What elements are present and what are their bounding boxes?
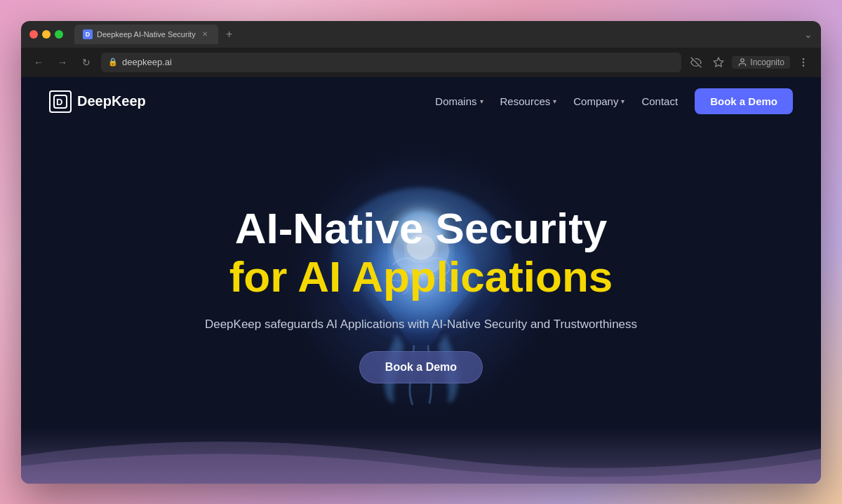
wave-svg (21, 428, 821, 484)
browser-window: D Deepkeep AI-Native Security ✕ + ⌄ ← → … (21, 21, 821, 484)
svg-text:D: D (56, 97, 62, 107)
svg-marker-1 (714, 57, 723, 67)
traffic-lights (29, 30, 63, 39)
menu-icon[interactable] (794, 53, 813, 71)
hero-subtitle: DeepKeep safeguards AI Applications with… (205, 318, 637, 332)
site-nav: D DeepKeep Domains ▾ Resources ▾ Company… (21, 77, 821, 126)
tab-title: Deepkeep AI-Native Security (97, 30, 196, 39)
hero-title-line2: for AI Applications (229, 253, 613, 301)
lock-icon: 🔒 (108, 57, 118, 67)
incognito-indicator: Incognito (732, 56, 790, 69)
hero-title: AI-Native Security for AI Applications (229, 205, 613, 300)
hero-title-line1: AI-Native Security (229, 205, 613, 252)
bookmark-icon[interactable] (709, 53, 728, 71)
toolbar-actions: Incognito (687, 53, 813, 71)
minimize-button[interactable] (42, 30, 51, 39)
close-button[interactable] (29, 30, 38, 39)
logo-text: DeepKeep (77, 93, 146, 109)
eye-slash-icon[interactable] (687, 53, 705, 71)
nav-book-demo-button[interactable]: Book a Demo (695, 88, 793, 114)
nav-logo[interactable]: D DeepKeep (49, 90, 146, 113)
nav-domains[interactable]: Domains ▾ (435, 95, 483, 107)
website-content: D DeepKeep Domains ▾ Resources ▾ Company… (21, 77, 821, 484)
address-bar[interactable]: 🔒 deepkeep.ai (101, 53, 681, 72)
hero-content: AI-Native Security for AI Applications D… (205, 205, 637, 383)
tab-list-chevron[interactable]: ⌄ (804, 29, 813, 40)
bottom-wave (21, 428, 821, 484)
tab-close-button[interactable]: ✕ (200, 29, 210, 39)
incognito-label: Incognito (750, 57, 784, 67)
hero-book-demo-button[interactable]: Book a Demo (359, 351, 483, 383)
active-tab[interactable]: D Deepkeep AI-Native Security ✕ (74, 25, 218, 44)
logo-icon: D (49, 90, 72, 113)
svg-point-3 (803, 58, 803, 59)
forward-button[interactable]: → (53, 53, 72, 71)
nav-resources[interactable]: Resources ▾ (500, 95, 557, 107)
chevron-down-icon: ▾ (553, 97, 556, 105)
reload-button[interactable]: ↻ (77, 53, 95, 71)
back-button[interactable]: ← (29, 53, 48, 71)
chevron-down-icon: ▾ (480, 97, 483, 105)
maximize-button[interactable] (55, 30, 63, 39)
browser-titlebar: D Deepkeep AI-Native Security ✕ + ⌄ (21, 21, 821, 48)
svg-point-5 (803, 65, 803, 66)
address-text: deepkeep.ai (122, 57, 172, 67)
hero-section: AI-Native Security for AI Applications D… (21, 77, 821, 484)
nav-contact[interactable]: Contact (641, 95, 678, 107)
nav-company[interactable]: Company ▾ (573, 95, 624, 107)
browser-toolbar: ← → ↻ 🔒 deepkeep.ai (21, 48, 821, 77)
tab-favicon: D (83, 29, 93, 39)
chevron-down-icon: ▾ (621, 97, 624, 105)
tab-bar: D Deepkeep AI-Native Security ✕ + (74, 25, 798, 44)
new-tab-button[interactable]: + (221, 26, 238, 43)
nav-links: Domains ▾ Resources ▾ Company ▾ Contact … (435, 88, 793, 114)
svg-point-2 (741, 58, 744, 62)
svg-point-4 (803, 62, 803, 62)
